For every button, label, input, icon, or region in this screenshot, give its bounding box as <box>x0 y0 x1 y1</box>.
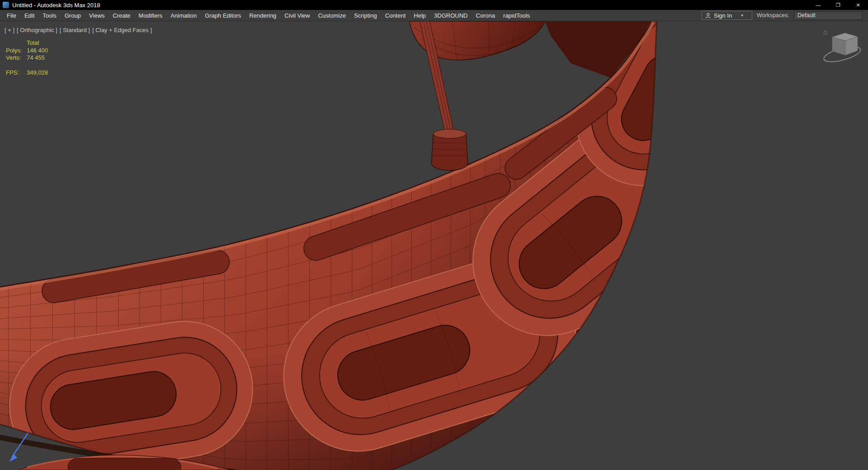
menu-modifiers[interactable]: Modifiers <box>134 11 166 20</box>
close-button[interactable]: ✕ <box>848 0 868 10</box>
viewport-label: [ + ] [ Orthographic ] [ Standard ] [ Cl… <box>5 27 152 33</box>
workspace-value: Default <box>797 12 816 19</box>
title-bar[interactable]: Untitled - Autodesk 3ds Max 2018 — ❐ ✕ <box>0 0 868 10</box>
menu-bar: File Edit Tools Group Views Create Modif… <box>0 10 868 21</box>
stats-fps-value: 349,028 <box>27 69 48 76</box>
menu-scripting[interactable]: Scripting <box>350 11 381 20</box>
workspaces-select[interactable]: Default <box>794 11 863 20</box>
stats-polys-value: 146 400 <box>27 47 48 54</box>
menu-rendering[interactable]: Rendering <box>245 11 280 20</box>
menu-views[interactable]: Views <box>85 11 109 20</box>
window-controls: — ❐ ✕ <box>808 0 868 10</box>
menu-animation[interactable]: Animation <box>166 11 201 20</box>
menu-corona[interactable]: Corona <box>472 11 499 20</box>
model-3d-object[interactable] <box>0 21 868 470</box>
menu-file[interactable]: File <box>3 11 20 20</box>
menu-rapidtools[interactable]: rapidTools <box>499 11 534 20</box>
menu-civil-view[interactable]: Civil View <box>280 11 314 20</box>
menu-create[interactable]: Create <box>109 11 134 20</box>
viewcube-home-icon[interactable]: ⌂ <box>823 28 827 36</box>
menu-3dground[interactable]: 3DGROUND <box>430 11 472 20</box>
perspective-viewport[interactable]: ⌂ [ + ] [ Orthographic ] [ Standard ] [ … <box>0 21 868 470</box>
workspaces-label: Workspaces: <box>757 12 789 19</box>
menu-edit[interactable]: Edit <box>20 11 38 20</box>
menu-help[interactable]: Help <box>410 11 430 20</box>
sign-in-label: Sign In <box>714 12 732 19</box>
window-title: Untitled - Autodesk 3ds Max 2018 <box>12 2 100 9</box>
stats-fps-label: FPS: <box>6 69 27 77</box>
stats-total-label: Total <box>27 39 39 46</box>
user-icon <box>705 13 711 19</box>
stats-polys-label: Polys: <box>6 47 27 55</box>
sign-in-button[interactable]: Sign In ▾ <box>702 11 752 20</box>
viewport-menu-general[interactable]: [ + ] <box>5 27 14 33</box>
application-window: Untitled - Autodesk 3ds Max 2018 — ❐ ✕ F… <box>0 0 868 470</box>
stats-verts-label: Verts: <box>6 54 27 62</box>
maximize-button[interactable]: ❐ <box>828 0 848 10</box>
menu-group[interactable]: Group <box>61 11 85 20</box>
viewport-menu-pov[interactable]: [ Orthographic ] <box>17 27 57 33</box>
viewport-menu-shading[interactable]: [ Clay + Edged Faces ] <box>92 27 152 33</box>
chevron-down-icon: ▾ <box>741 13 743 18</box>
minimize-button[interactable]: — <box>808 0 828 10</box>
viewport-statistics: Total Polys:146 400 Verts:74 455 FPS:349… <box>6 39 48 76</box>
app-icon <box>3 2 9 8</box>
menu-graph-editors[interactable]: Graph Editors <box>201 11 245 20</box>
menu-tools[interactable]: Tools <box>38 11 60 20</box>
menu-customize[interactable]: Customize <box>314 11 350 20</box>
menu-content[interactable]: Content <box>381 11 410 20</box>
model-crown <box>432 129 468 170</box>
menu-bar-right: Sign In ▾ Workspaces: Default <box>702 11 865 20</box>
viewport-menu-renderer[interactable]: [ Standard ] <box>60 27 90 33</box>
viewport-canvas[interactable]: ⌂ <box>0 21 868 470</box>
viewcube[interactable]: ⌂ <box>822 28 862 65</box>
stats-verts-value: 74 455 <box>27 54 45 61</box>
